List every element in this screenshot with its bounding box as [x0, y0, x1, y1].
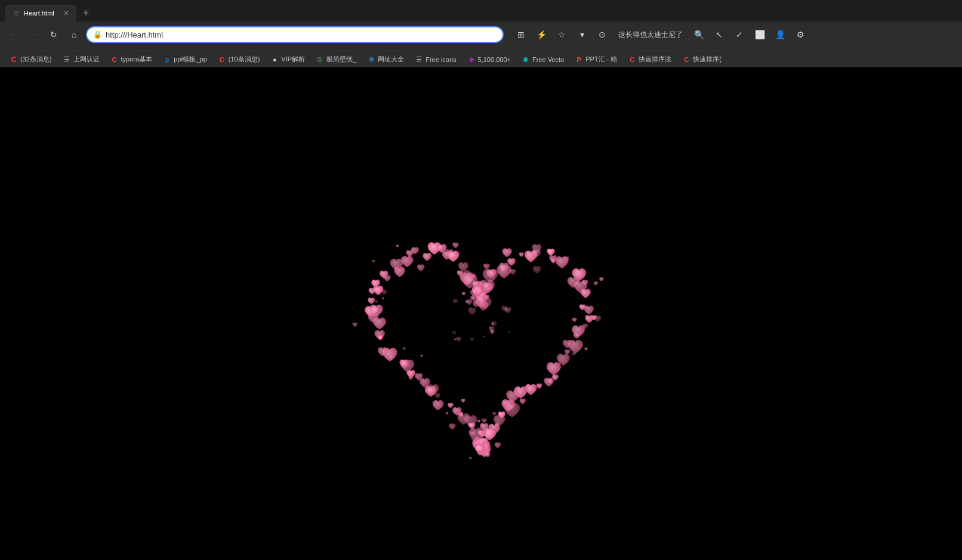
bookmark-icon-7: ⊕ — [367, 55, 375, 64]
bookmark-label-3: ppt模板_pp — [174, 55, 207, 64]
bookmark-count[interactable]: ◆ 5,100,000+ — [462, 53, 516, 66]
bookmark-label-13: 快速排序( — [693, 55, 722, 64]
bookmark-network[interactable]: ☰ 上网认证 — [58, 53, 104, 66]
back-button[interactable]: ← — [5, 26, 21, 43]
refresh-button[interactable]: ↻ — [45, 26, 62, 43]
home-button[interactable]: ⌂ — [66, 26, 82, 43]
bookmark-label-7: 网址大全 — [378, 55, 404, 64]
collections-button[interactable]: ⊙ — [593, 26, 611, 44]
extensions-button[interactable]: ⊞ — [512, 26, 530, 44]
right-toolbar: ⊞ ⚡ ☆ ▾ ⊙ 这长得也太迪士尼了 🔍 ↖ ✓ ⬜ 👤 ⚙ — [512, 26, 809, 44]
bookmark-icon-9: ◆ — [467, 55, 476, 64]
bookmark-label-8: Free icons — [426, 56, 456, 63]
screen-button[interactable]: ⬜ — [751, 26, 769, 44]
tab-favicon: ♡ — [12, 9, 20, 17]
bookmark-label-0: (32条消息) — [20, 55, 52, 64]
heart-canvas — [332, 173, 630, 471]
bookmark-label-11: PPT汇 - 精 — [585, 55, 617, 64]
bookmark-label-10: Free Vecto — [532, 56, 564, 63]
bookmark-ppt[interactable]: p ppt模板_pp — [158, 53, 212, 66]
bookmark-icon-0: C — [10, 55, 18, 64]
bookmark-icon-5: ● — [270, 55, 279, 64]
bookmark-label-5: VIP解析 — [281, 55, 305, 64]
bookmark-label-9: 5,100,000+ — [478, 56, 511, 63]
bookmark-icon-8: ☰ — [415, 55, 423, 64]
browser-chrome: ♡ Heart.html ✕ + ← → ↻ ⌂ 🔒 ⊞ ⚡ ☆ ▾ ⊙ 这长得… — [0, 0, 962, 51]
bookmark-label-12: 快速排序法 — [639, 55, 671, 64]
bookmark-wallpaper[interactable]: ◎ 极简壁纸_ — [311, 53, 361, 66]
bookmark-free-vecto[interactable]: ◉ Free Vecto — [517, 53, 569, 66]
bookmark-label-2: typora基本 — [121, 55, 153, 64]
tab-bar: ♡ Heart.html ✕ + — [0, 0, 962, 21]
tab-close-button[interactable]: ✕ — [63, 9, 69, 17]
check-button[interactable]: ✓ — [730, 26, 748, 44]
forward-button[interactable]: → — [25, 26, 42, 43]
bookmark-ppthui[interactable]: P PPT汇 - 精 — [570, 53, 622, 66]
bookmark-sort2[interactable]: C 快速排序( — [677, 53, 726, 66]
bookmark-icon-11: P — [575, 55, 583, 64]
bookmark-icon-1: ☰ — [63, 55, 71, 64]
lightning-button[interactable]: ⚡ — [532, 26, 550, 44]
bookmark-free-icons[interactable]: ☰ Free icons — [410, 53, 461, 66]
bookmark-icon-12: C — [628, 55, 636, 64]
bookmark-label-1: 上网认证 — [73, 55, 100, 64]
address-bar-row: ← → ↻ ⌂ 🔒 ⊞ ⚡ ☆ ▾ ⊙ 这长得也太迪士尼了 🔍 ↖ ✓ ⬜ 👤 … — [0, 21, 962, 48]
bookmark-icon-13: C — [682, 55, 690, 64]
bookmark-icon-6: ◎ — [316, 55, 324, 64]
active-tab[interactable]: ♡ Heart.html ✕ — [5, 5, 76, 21]
bookmark-sort1[interactable]: C 快速排序法 — [623, 53, 676, 66]
main-content: CSDN @Insight. — [0, 67, 962, 560]
bookmark-messages2[interactable]: C (10条消息) — [213, 53, 265, 66]
bookmark-icon-4: C — [218, 55, 226, 64]
search-button[interactable]: 🔍 — [690, 26, 708, 44]
bookmark-label-4: (10条消息) — [229, 55, 260, 64]
bookmark-icon-2: C — [110, 55, 119, 64]
bookmarks-bar: C (32条消息) ☰ 上网认证 C typora基本 p ppt模板_pp C… — [0, 51, 962, 67]
favorites-dropdown[interactable]: ▾ — [573, 26, 591, 44]
tab-title: Heart.html — [24, 10, 60, 17]
bookmark-messages[interactable]: C (32条消息) — [5, 53, 57, 66]
cursor-button[interactable]: ↖ — [710, 26, 728, 44]
bookmark-icon-10: ◉ — [522, 55, 530, 64]
settings-button[interactable]: ⚙ — [791, 26, 809, 44]
address-bar[interactable]: 🔒 — [86, 26, 504, 43]
favorites-button[interactable]: ☆ — [553, 26, 571, 44]
bookmark-urls[interactable]: ⊕ 网址大全 — [362, 53, 409, 66]
bookmark-typora[interactable]: C typora基本 — [106, 53, 158, 66]
bookmark-vip[interactable]: ● VIP解析 — [266, 53, 310, 66]
new-tab-button[interactable]: + — [78, 5, 94, 21]
bookmark-label-6: 极简壁纸_ — [326, 55, 356, 64]
ai-text: 这长得也太迪士尼了 — [613, 27, 687, 42]
bookmark-icon-3: p — [163, 55, 171, 64]
url-input[interactable] — [106, 30, 497, 39]
security-icon: 🔒 — [93, 30, 102, 39]
profile-button[interactable]: 👤 — [771, 26, 789, 44]
